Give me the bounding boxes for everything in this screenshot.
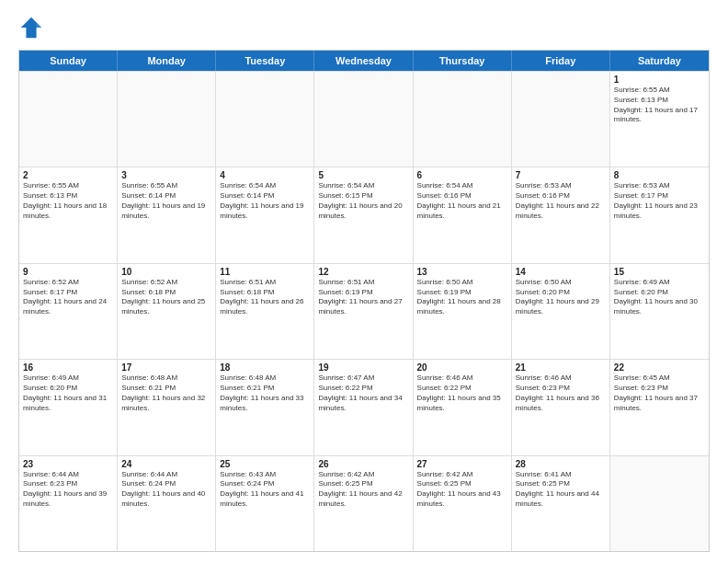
calendar-cell: 27Sunrise: 6:42 AM Sunset: 6:25 PM Dayli… (414, 456, 512, 551)
day-number: 12 (318, 267, 408, 277)
calendar-cell: 3Sunrise: 6:55 AM Sunset: 6:14 PM Daylig… (118, 167, 216, 262)
calendar-cell: 24Sunrise: 6:44 AM Sunset: 6:24 PM Dayli… (118, 456, 216, 551)
calendar-cell: 18Sunrise: 6:48 AM Sunset: 6:21 PM Dayli… (216, 360, 314, 454)
cell-info: Sunrise: 6:50 AM Sunset: 6:20 PM Dayligh… (516, 278, 606, 317)
day-number: 10 (121, 267, 211, 277)
cell-info: Sunrise: 6:43 AM Sunset: 6:24 PM Dayligh… (220, 470, 310, 510)
cell-info: Sunrise: 6:42 AM Sunset: 6:25 PM Dayligh… (318, 470, 408, 510)
calendar-cell: 9Sunrise: 6:52 AM Sunset: 6:17 PM Daylig… (19, 264, 118, 359)
day-number: 25 (220, 459, 310, 469)
cell-info: Sunrise: 6:51 AM Sunset: 6:19 PM Dayligh… (318, 278, 408, 317)
day-number: 26 (318, 459, 408, 469)
day-number: 14 (516, 267, 606, 277)
calendar-cell (216, 72, 314, 167)
calendar-cell: 7Sunrise: 6:53 AM Sunset: 6:16 PM Daylig… (512, 167, 610, 262)
cell-info: Sunrise: 6:50 AM Sunset: 6:19 PM Dayligh… (417, 278, 507, 317)
day-number: 16 (23, 362, 113, 373)
day-number: 2 (23, 170, 113, 180)
cell-info: Sunrise: 6:51 AM Sunset: 6:18 PM Dayligh… (220, 278, 310, 317)
calendar-body: 1Sunrise: 6:55 AM Sunset: 6:13 PM Daylig… (19, 71, 709, 551)
calendar-cell: 4Sunrise: 6:54 AM Sunset: 6:14 PM Daylig… (216, 167, 314, 262)
calendar-header-cell: Monday (118, 51, 216, 71)
cell-info: Sunrise: 6:46 AM Sunset: 6:22 PM Dayligh… (417, 373, 507, 413)
calendar-cell: 15Sunrise: 6:49 AM Sunset: 6:20 PM Dayli… (610, 264, 709, 359)
calendar-cell: 19Sunrise: 6:47 AM Sunset: 6:22 PM Dayli… (314, 360, 413, 454)
calendar-cell (118, 72, 216, 167)
cell-info: Sunrise: 6:44 AM Sunset: 6:24 PM Dayligh… (121, 470, 211, 510)
calendar-cell: 26Sunrise: 6:42 AM Sunset: 6:25 PM Dayli… (314, 456, 413, 551)
cell-info: Sunrise: 6:55 AM Sunset: 6:14 PM Dayligh… (121, 181, 211, 221)
calendar-header-row: SundayMondayTuesdayWednesdayThursdayFrid… (19, 51, 709, 71)
calendar-cell: 6Sunrise: 6:54 AM Sunset: 6:16 PM Daylig… (414, 167, 512, 262)
calendar-week-row: 1Sunrise: 6:55 AM Sunset: 6:13 PM Daylig… (19, 71, 709, 167)
calendar-cell: 1Sunrise: 6:55 AM Sunset: 6:13 PM Daylig… (610, 72, 709, 167)
logo-icon (18, 15, 44, 40)
calendar-cell: 23Sunrise: 6:44 AM Sunset: 6:23 PM Dayli… (19, 456, 118, 551)
calendar-cell (19, 72, 118, 167)
day-number: 28 (516, 459, 606, 469)
calendar-header-cell: Sunday (19, 51, 118, 71)
calendar-cell: 16Sunrise: 6:49 AM Sunset: 6:20 PM Dayli… (19, 360, 118, 454)
day-number: 5 (318, 170, 408, 180)
day-number: 8 (614, 170, 705, 180)
calendar-week-row: 9Sunrise: 6:52 AM Sunset: 6:17 PM Daylig… (19, 263, 709, 359)
day-number: 4 (220, 170, 310, 180)
day-number: 15 (614, 267, 705, 277)
calendar-cell (314, 72, 413, 167)
cell-info: Sunrise: 6:49 AM Sunset: 6:20 PM Dayligh… (23, 373, 113, 413)
day-number: 23 (23, 459, 113, 469)
cell-info: Sunrise: 6:42 AM Sunset: 6:25 PM Dayligh… (417, 470, 507, 510)
calendar-cell: 20Sunrise: 6:46 AM Sunset: 6:22 PM Dayli… (414, 360, 512, 454)
day-number: 9 (23, 267, 113, 277)
calendar-cell: 14Sunrise: 6:50 AM Sunset: 6:20 PM Dayli… (512, 264, 610, 359)
calendar-cell (414, 72, 512, 167)
calendar-cell: 21Sunrise: 6:46 AM Sunset: 6:23 PM Dayli… (512, 360, 610, 454)
cell-info: Sunrise: 6:41 AM Sunset: 6:25 PM Dayligh… (516, 470, 606, 510)
calendar-cell: 11Sunrise: 6:51 AM Sunset: 6:18 PM Dayli… (216, 264, 314, 359)
calendar-cell: 28Sunrise: 6:41 AM Sunset: 6:25 PM Dayli… (512, 456, 610, 551)
day-number: 27 (417, 459, 507, 469)
logo (18, 15, 48, 40)
header (18, 15, 710, 40)
calendar-week-row: 16Sunrise: 6:49 AM Sunset: 6:20 PM Dayli… (19, 359, 709, 454)
cell-info: Sunrise: 6:48 AM Sunset: 6:21 PM Dayligh… (220, 373, 310, 413)
cell-info: Sunrise: 6:46 AM Sunset: 6:23 PM Dayligh… (516, 373, 606, 413)
calendar-cell: 5Sunrise: 6:54 AM Sunset: 6:15 PM Daylig… (314, 167, 413, 262)
calendar-cell: 12Sunrise: 6:51 AM Sunset: 6:19 PM Dayli… (314, 264, 413, 359)
calendar: SundayMondayTuesdayWednesdayThursdayFrid… (18, 50, 710, 552)
page: SundayMondayTuesdayWednesdayThursdayFrid… (0, 0, 728, 563)
day-number: 13 (417, 267, 507, 277)
day-number: 7 (516, 170, 606, 180)
day-number: 20 (417, 362, 507, 373)
calendar-cell: 13Sunrise: 6:50 AM Sunset: 6:19 PM Dayli… (414, 264, 512, 359)
cell-info: Sunrise: 6:45 AM Sunset: 6:23 PM Dayligh… (614, 373, 705, 413)
calendar-cell: 17Sunrise: 6:48 AM Sunset: 6:21 PM Dayli… (118, 360, 216, 454)
calendar-header-cell: Wednesday (314, 51, 413, 71)
calendar-cell: 8Sunrise: 6:53 AM Sunset: 6:17 PM Daylig… (610, 167, 709, 262)
calendar-header-cell: Thursday (414, 51, 512, 71)
cell-info: Sunrise: 6:54 AM Sunset: 6:16 PM Dayligh… (417, 181, 507, 221)
calendar-header-cell: Saturday (610, 51, 709, 71)
cell-info: Sunrise: 6:47 AM Sunset: 6:22 PM Dayligh… (318, 373, 408, 413)
day-number: 19 (318, 362, 408, 373)
cell-info: Sunrise: 6:52 AM Sunset: 6:17 PM Dayligh… (23, 278, 113, 317)
day-number: 18 (220, 362, 310, 373)
cell-info: Sunrise: 6:49 AM Sunset: 6:20 PM Dayligh… (614, 278, 705, 317)
cell-info: Sunrise: 6:54 AM Sunset: 6:15 PM Dayligh… (318, 181, 408, 221)
cell-info: Sunrise: 6:53 AM Sunset: 6:16 PM Dayligh… (516, 181, 606, 221)
cell-info: Sunrise: 6:53 AM Sunset: 6:17 PM Dayligh… (614, 181, 705, 221)
day-number: 17 (121, 362, 211, 373)
cell-info: Sunrise: 6:44 AM Sunset: 6:23 PM Dayligh… (23, 470, 113, 510)
calendar-cell: 2Sunrise: 6:55 AM Sunset: 6:13 PM Daylig… (19, 167, 118, 262)
cell-info: Sunrise: 6:52 AM Sunset: 6:18 PM Dayligh… (121, 278, 211, 317)
cell-info: Sunrise: 6:54 AM Sunset: 6:14 PM Dayligh… (220, 181, 310, 221)
calendar-week-row: 23Sunrise: 6:44 AM Sunset: 6:23 PM Dayli… (19, 455, 709, 551)
cell-info: Sunrise: 6:48 AM Sunset: 6:21 PM Dayligh… (121, 373, 211, 413)
calendar-cell: 25Sunrise: 6:43 AM Sunset: 6:24 PM Dayli… (216, 456, 314, 551)
calendar-week-row: 2Sunrise: 6:55 AM Sunset: 6:13 PM Daylig… (19, 167, 709, 262)
day-number: 6 (417, 170, 507, 180)
day-number: 1 (614, 75, 705, 85)
calendar-header-cell: Tuesday (216, 51, 314, 71)
calendar-cell: 22Sunrise: 6:45 AM Sunset: 6:23 PM Dayli… (610, 360, 709, 454)
calendar-header-cell: Friday (512, 51, 610, 71)
